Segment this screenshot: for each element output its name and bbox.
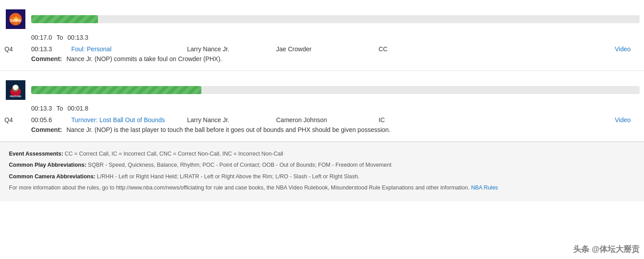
play-row-2: Q4 00:05.6 Turnover: Lost Ball Out of Bo… [0, 114, 644, 124]
time-to-2: 00:01.8 [68, 105, 89, 112]
common-play-label: Common Play Abbreviations: [9, 162, 86, 168]
pelicans-logo-icon: PELICANS [6, 80, 25, 100]
comment-row-1: Comment: Nance Jr. (NOP) commits a take … [0, 53, 644, 66]
common-camera-text: L/RHH - Left or Right Hand Held; L/RATR … [97, 173, 360, 180]
footer-section: Event Assessments: CC = Correct Call, IC… [0, 142, 644, 201]
event-assessments-text: CC = Correct Call, IC = Incorrect Call, … [65, 151, 283, 157]
video-link-1[interactable]: Video [615, 45, 631, 53]
common-camera-label: Common Camera Abbreviations: [9, 173, 95, 180]
to-label-2: To [57, 105, 63, 112]
comment-label-1: Comment: [31, 55, 62, 62]
progress-bar-container-1 [31, 15, 640, 23]
nba-rules-link[interactable]: NBA Rules [471, 185, 498, 191]
event-row-1: SUNS 00:17.0 To 00:13.3 Q4 00:13.3 Foul:… [0, 0, 644, 71]
video-link-2[interactable]: Video [615, 116, 631, 123]
svg-text:PELICANS: PELICANS [10, 95, 21, 98]
to-label-1: To [57, 34, 63, 41]
event-assessments-label: Event Assessments: [9, 151, 63, 157]
event-row-2: PELICANS 00:13.3 To 00:01.8 Q4 00:05.6 T… [0, 71, 644, 142]
play-row-1: Q4 00:13.3 Foul: Personal Larry Nance Jr… [0, 43, 644, 53]
more-info-line: For more information about the rules, go… [9, 183, 635, 193]
progress-bar-container-2 [31, 86, 640, 94]
comment-text-1: Nance Jr. (NOP) commits a take foul on C… [66, 55, 222, 62]
time-row-2: 00:13.3 To 00:01.8 [0, 103, 644, 114]
comment-label-2: Comment: [31, 126, 62, 133]
comment-text-2: Nance Jr. (NOP) is the last player to to… [66, 126, 391, 133]
play-quarter-1: Q4 [4, 45, 31, 53]
suns-logo-icon: SUNS [6, 9, 25, 29]
common-camera-line: Common Camera Abbreviations: L/RHH - Lef… [9, 172, 635, 181]
suns-logo-container: SUNS [4, 8, 27, 30]
progress-bar-1 [31, 15, 98, 23]
play-type-1: Foul: Personal [71, 45, 187, 53]
more-info-text: For more information about the rules, go… [9, 185, 469, 191]
time-to-1: 00:13.3 [68, 34, 89, 41]
play-time-1: 00:13.3 [31, 45, 71, 53]
main-container: SUNS 00:17.0 To 00:13.3 Q4 00:13.3 Foul:… [0, 0, 644, 201]
play-quarter-2: Q4 [4, 116, 31, 123]
play-time-2: 00:05.6 [31, 116, 71, 123]
progress-bar-2 [31, 86, 201, 94]
play-type-2: Turnover: Lost Ball Out of Bounds [71, 116, 187, 123]
time-from-2: 00:13.3 [31, 105, 52, 112]
comment-row-2: Comment: Nance Jr. (NOP) is the last pla… [0, 124, 644, 137]
svg-point-7 [13, 85, 18, 90]
play-player1-1: Larry Nance Jr. [187, 45, 276, 53]
play-player2-2: Cameron Johnson [276, 116, 379, 123]
time-row-1: 00:17.0 To 00:13.3 [0, 32, 644, 43]
time-from-1: 00:17.0 [31, 34, 52, 41]
play-player1-2: Larry Nance Jr. [187, 116, 276, 123]
play-call-2: IC [379, 116, 414, 123]
event-assessments-line: Event Assessments: CC = Correct Call, IC… [9, 149, 635, 159]
svg-text:SUNS: SUNS [10, 18, 21, 23]
play-video-2[interactable]: Video [414, 116, 640, 123]
play-call-1: CC [379, 45, 414, 53]
pelicans-logo-container: PELICANS [4, 79, 27, 101]
play-video-1[interactable]: Video [414, 45, 640, 53]
play-player2-1: Jae Crowder [276, 45, 379, 53]
progress-row-1: SUNS [0, 4, 644, 32]
common-play-text: SQBR - Speed, Quickness, Balance, Rhythm… [88, 162, 391, 168]
progress-row-2: PELICANS [0, 75, 644, 103]
common-play-line: Common Play Abbreviations: SQBR - Speed,… [9, 160, 635, 170]
